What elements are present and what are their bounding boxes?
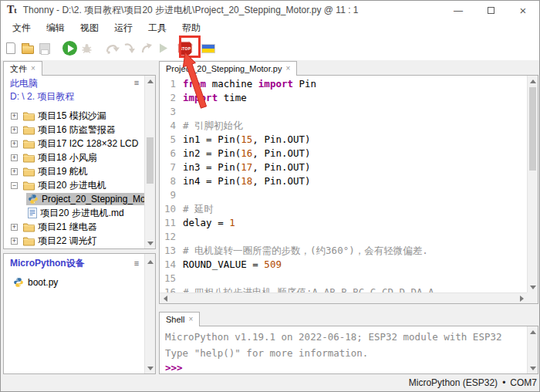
scroll-left-icon[interactable]: [160, 293, 170, 304]
device-header[interactable]: MicroPython设备: [4, 257, 144, 270]
open-folder-icon: [22, 46, 34, 54]
tab-close-icon[interactable]: ×: [31, 65, 35, 73]
close-button[interactable]: ×: [507, 1, 539, 20]
code-line: 1from machine import Pin: [160, 77, 527, 91]
scroll-down-icon[interactable]: [145, 363, 156, 373]
files-scroll-thumb[interactable]: [147, 137, 154, 184]
expand-box-icon[interactable]: +: [11, 238, 18, 245]
expand-box-icon[interactable]: +: [11, 140, 18, 147]
expand-box-icon[interactable]: +: [11, 224, 18, 231]
this-computer-link[interactable]: 此电脑: [4, 77, 144, 90]
minimize-button[interactable]: —: [442, 1, 474, 20]
tree-item[interactable]: Project_20_Stepping_Moto: [4, 192, 144, 206]
expand-box-icon[interactable]: +: [11, 168, 18, 175]
maximize-button[interactable]: [474, 1, 507, 20]
line-number: 4: [160, 119, 183, 133]
folder-icon: [23, 153, 35, 163]
menu-item[interactable]: 视图: [73, 20, 106, 36]
expand-box-icon[interactable]: +: [11, 154, 18, 161]
line-number: 12: [160, 230, 183, 244]
tree-item[interactable]: +项目19 舵机: [4, 164, 144, 178]
shell-scrollbar[interactable]: [527, 326, 538, 373]
tab-close-icon[interactable]: ×: [285, 65, 290, 73]
tree-item[interactable]: 项目20 步进电机.md: [4, 206, 144, 220]
files-menu-icon[interactable]: ≡: [132, 78, 141, 87]
close-icon: ×: [520, 4, 527, 17]
tab-shell[interactable]: Shell ×: [159, 312, 200, 326]
tree-item-label: 项目20 步进电机.md: [40, 207, 124, 220]
collapse-box-icon[interactable]: −: [11, 182, 18, 189]
device-body: MicroPython设备 boot.py: [4, 254, 144, 373]
step-into-button[interactable]: [121, 39, 138, 58]
menu-item[interactable]: 工具: [140, 20, 174, 36]
tree-item[interactable]: −项目20 步进电机: [4, 178, 144, 192]
shell-output-line: Type "help()" for more information.: [165, 345, 527, 361]
shell-prompt[interactable]: >>>: [165, 361, 527, 373]
run-play-icon: [62, 41, 77, 56]
tab-close-icon[interactable]: ×: [188, 316, 193, 323]
line-number: 2: [160, 91, 183, 105]
menu-item[interactable]: 帮助: [174, 20, 208, 36]
device-panel: MicroPython设备 boot.py ≡: [3, 253, 156, 374]
code-line: 9: [160, 188, 527, 202]
scroll-up-icon[interactable]: [528, 76, 538, 86]
save-file-button[interactable]: [36, 39, 53, 58]
scroll-down-icon[interactable]: [145, 238, 156, 248]
files-scrollbar[interactable]: [144, 76, 155, 248]
step-over-icon: [106, 42, 120, 54]
menu-item[interactable]: 运行: [106, 20, 140, 36]
folder-icon: [23, 111, 35, 121]
tree-item-label: 项目15 模拟沙漏: [38, 110, 106, 123]
tree-item[interactable]: +项目17 I2C 128×32 LCD: [4, 137, 144, 150]
open-file-button[interactable]: [19, 39, 36, 58]
debug-bug-icon: [80, 42, 93, 55]
scroll-up-icon[interactable]: [145, 256, 156, 267]
status-bar: MicroPython (ESP32) • COM7: [1, 376, 537, 390]
code-line: 3: [160, 105, 527, 119]
device-file-item[interactable]: boot.py: [4, 275, 144, 289]
expand-box-icon[interactable]: +: [11, 113, 18, 120]
folder-icon: [23, 236, 35, 246]
debug-button[interactable]: [78, 39, 95, 58]
device-menu-icon[interactable]: ≡: [132, 259, 141, 268]
tab-shell-label: Shell: [166, 315, 184, 324]
markdown-icon: [28, 208, 37, 218]
editor-vscrollbar[interactable]: [527, 76, 538, 292]
status-port[interactable]: COM7: [510, 377, 537, 388]
new-file-button[interactable]: [2, 39, 19, 58]
scroll-up-icon[interactable]: [528, 326, 538, 337]
scroll-up-icon[interactable]: [145, 76, 156, 86]
tree-item[interactable]: +项目21 继电器: [4, 220, 144, 234]
menu-item[interactable]: 文件: [5, 20, 39, 36]
device-scrollbar[interactable]: [144, 254, 155, 373]
scroll-right-icon[interactable]: [516, 293, 527, 304]
ukraine-support-button[interactable]: [200, 39, 217, 58]
scroll-down-icon[interactable]: [528, 363, 538, 373]
code-line: 14ROUND_VALUE = 509: [160, 258, 527, 272]
menu-item[interactable]: 编辑: [39, 20, 73, 36]
step-out-button[interactable]: [138, 39, 155, 58]
scroll-down-icon[interactable]: [528, 282, 538, 292]
resume-play-icon: [158, 42, 169, 54]
tree-item[interactable]: +项目22 调光灯: [4, 234, 144, 248]
resume-button[interactable]: [155, 39, 172, 58]
code-line: 8in4 = Pin(18, Pin.OUT): [160, 174, 527, 188]
step-over-button[interactable]: [104, 39, 121, 58]
tree-item-label: 项目20 步进电机: [38, 179, 106, 192]
editor-scroll-thumb[interactable]: [529, 87, 536, 171]
run-button[interactable]: [61, 39, 78, 58]
tree-item[interactable]: +项目16 防盗警报器: [4, 123, 144, 137]
code-line: 4# 引脚初始化: [160, 119, 527, 133]
editor-hscrollbar[interactable]: [160, 292, 527, 303]
tree-item[interactable]: +项目15 模拟沙漏: [4, 109, 144, 123]
current-path-link[interactable]: D: \ 2. 项目教程: [4, 90, 144, 103]
tree-item-label: 项目18 小风扇: [38, 151, 97, 164]
tab-editor[interactable]: Project_20_Stepping_Motor.py ×: [159, 61, 297, 76]
shell-output[interactable]: MicroPython v1.19.1 on 2022-06-18; ESP32…: [160, 326, 527, 373]
code-editor[interactable]: 1from machine import Pin2import time34# …: [160, 76, 527, 292]
tree-item-label: 项目19 舵机: [38, 165, 88, 178]
expand-box-icon[interactable]: +: [11, 127, 18, 133]
status-interpreter[interactable]: MicroPython (ESP32): [409, 377, 498, 388]
tab-files[interactable]: 文件 ×: [3, 61, 42, 76]
tree-item[interactable]: +项目18 小风扇: [4, 150, 144, 164]
